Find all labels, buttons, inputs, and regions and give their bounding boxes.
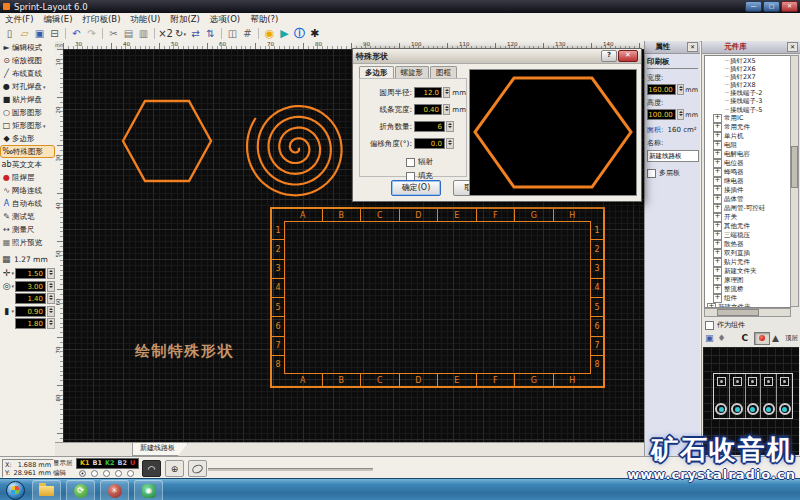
menu-item[interactable]: 打印板(B) bbox=[78, 14, 126, 26]
tree-item[interactable]: +电阻 bbox=[713, 141, 790, 150]
board-tab[interactable]: 新建线路板 bbox=[132, 443, 188, 456]
scale-x2-icon[interactable]: ×2 bbox=[158, 27, 173, 40]
tree-item[interactable]: +继电器 bbox=[713, 177, 790, 186]
width-stepper[interactable] bbox=[677, 84, 685, 95]
align-icon[interactable]: ◫ bbox=[225, 27, 240, 40]
tree-item[interactable]: +单片机 bbox=[713, 132, 790, 141]
layer-radio-B1[interactable] bbox=[91, 470, 98, 477]
track-width-value[interactable]: 1.50 bbox=[15, 268, 46, 279]
corner-count-field[interactable]: 6 bbox=[414, 121, 445, 132]
menu-item[interactable]: 选项(O) bbox=[205, 14, 245, 26]
tree-item[interactable]: ─接线端子-3 bbox=[725, 97, 790, 105]
board-height-field[interactable]: 100.00 bbox=[647, 109, 676, 120]
tool-photo-preview[interactable]: ▦照片预览 bbox=[0, 236, 55, 249]
radius-field[interactable]: 12.0 bbox=[414, 87, 442, 98]
origin-button[interactable]: ⊕ bbox=[165, 460, 184, 477]
tree-item[interactable]: +组件 bbox=[713, 294, 790, 303]
canvas-annotation[interactable]: 绘制特殊形状 bbox=[135, 342, 234, 361]
tool-special-shape[interactable]: ‰特殊图形 bbox=[0, 145, 55, 158]
track-width-stepper[interactable] bbox=[47, 268, 55, 279]
smd-size-value[interactable]: 0.90 bbox=[15, 306, 46, 317]
layer-radio-B2[interactable] bbox=[115, 470, 122, 477]
layer-chip-B1[interactable]: B1 bbox=[93, 459, 102, 467]
undo-icon[interactable]: ↶ bbox=[69, 27, 84, 40]
tool-through-pad[interactable]: ●对孔焊盘▾ bbox=[0, 80, 55, 93]
tree-item[interactable]: +开关 bbox=[713, 213, 790, 222]
settings-gear-icon[interactable]: ✱ bbox=[307, 27, 322, 40]
pointer-icon[interactable]: ▶ bbox=[277, 27, 292, 40]
layer-radio-K2[interactable] bbox=[103, 470, 110, 477]
spiral-shape[interactable] bbox=[244, 95, 350, 201]
menu-item[interactable]: 文件(F) bbox=[0, 14, 39, 26]
photo-view-button[interactable]: ◠ bbox=[142, 460, 161, 477]
layer-chip-K1[interactable]: K1 bbox=[80, 459, 90, 467]
library-horizontal-scrollbar[interactable] bbox=[704, 308, 791, 317]
tree-item[interactable]: +原理图 bbox=[713, 276, 790, 285]
grid-capture-icon[interactable]: # bbox=[240, 27, 255, 40]
as-component-checkbox[interactable] bbox=[705, 321, 714, 330]
tree-item[interactable]: +常用IC bbox=[713, 114, 790, 123]
tree-item[interactable]: +蜂鸣器 bbox=[713, 168, 790, 177]
layer-radio-K1[interactable] bbox=[79, 470, 86, 477]
hexagon-shape[interactable] bbox=[122, 100, 212, 182]
tree-item[interactable]: +电解电容 bbox=[713, 150, 790, 159]
connection-button[interactable] bbox=[188, 460, 207, 477]
tree-item[interactable]: +晶体管 bbox=[713, 195, 790, 204]
open-folder-icon[interactable]: ▱ bbox=[17, 27, 32, 40]
zoom-slider[interactable] bbox=[208, 468, 373, 471]
tool-rect-shape[interactable]: □矩形图形▾ bbox=[0, 119, 55, 132]
tool-draw-track[interactable]: ╱布线直线 bbox=[0, 67, 55, 80]
tree-item[interactable]: +散热器 bbox=[713, 240, 790, 249]
tree-item[interactable]: +常用元件 bbox=[713, 123, 790, 132]
properties-close-icon[interactable]: ✕ bbox=[687, 42, 698, 52]
offset-angle-field[interactable]: 0.0 bbox=[414, 138, 445, 149]
save-icon[interactable]: ▣ bbox=[32, 27, 47, 40]
smd-size-value[interactable]: 1.80 bbox=[15, 318, 46, 329]
board-name-input[interactable] bbox=[647, 150, 699, 162]
radius-stepper[interactable] bbox=[443, 87, 450, 98]
pad-size-stepper[interactable] bbox=[47, 281, 55, 292]
tree-expander-icon[interactable]: + bbox=[713, 294, 722, 303]
tool-test-pen[interactable]: ✎测试笔 bbox=[0, 210, 55, 223]
tool-zoom-view[interactable]: ⊙缩放视图 bbox=[0, 54, 55, 67]
magnifier-icon[interactable]: ◉ bbox=[262, 27, 277, 40]
tool-polygon[interactable]: ◆多边形 bbox=[0, 132, 55, 145]
line-width-stepper[interactable] bbox=[443, 104, 450, 115]
layer-chip-U[interactable]: U bbox=[130, 459, 135, 467]
library-vertical-scrollbar[interactable] bbox=[790, 55, 799, 307]
corner-count-stepper[interactable] bbox=[446, 121, 454, 132]
tree-item[interactable]: +接插件 bbox=[713, 186, 790, 195]
menu-item[interactable]: 附加(Z) bbox=[165, 14, 204, 26]
ok-button[interactable]: 确定(O) bbox=[391, 180, 441, 196]
tree-item[interactable]: ─插针2X8 bbox=[725, 81, 790, 89]
dropdown-icon[interactable]: ▾ bbox=[11, 308, 14, 314]
taskbar-explorer-button[interactable] bbox=[32, 480, 61, 500]
tree-item[interactable]: +贴片元件 bbox=[713, 258, 790, 267]
line-width-field[interactable]: 0.40 bbox=[414, 104, 442, 115]
maximize-button[interactable]: ▢ bbox=[763, 1, 780, 12]
smd-size-stepper[interactable] bbox=[47, 318, 55, 329]
height-stepper[interactable] bbox=[677, 109, 685, 120]
library-save-icon[interactable]: ▣ bbox=[705, 333, 714, 343]
flip-horizontal-icon[interactable]: ⇄ bbox=[188, 27, 203, 40]
taskbar-app2-button[interactable]: ✳ bbox=[100, 480, 129, 500]
tool-edit-mode[interactable]: ►编辑模式 bbox=[0, 41, 55, 54]
pad-size-value[interactable]: 3.00 bbox=[15, 281, 46, 292]
tree-item[interactable]: ─接线端子-5 bbox=[725, 106, 790, 114]
tool-text[interactable]: ab英文文本 bbox=[0, 158, 55, 171]
dropdown-icon[interactable]: ▾ bbox=[11, 283, 14, 289]
tree-item[interactable]: ─插针2X5 bbox=[725, 57, 790, 65]
tree-item[interactable]: ─接线端子-2 bbox=[725, 89, 790, 97]
grid-setting-button[interactable]: ▦ 1.27 mm bbox=[2, 254, 55, 264]
redo-icon[interactable]: ↷ bbox=[84, 27, 99, 40]
board-width-field[interactable]: 160.00 bbox=[647, 84, 676, 95]
close-button[interactable]: ✕ bbox=[781, 1, 798, 12]
radial-checkbox[interactable] bbox=[406, 158, 415, 167]
tree-item[interactable]: +新建文件夹 bbox=[713, 267, 790, 276]
copy-icon[interactable]: ▤ bbox=[121, 27, 136, 40]
dropdown-icon[interactable]: ▾ bbox=[11, 270, 14, 276]
taskbar-app1-button[interactable]: ⟳ bbox=[66, 480, 95, 500]
tool-connections[interactable]: ∿网络连线 bbox=[0, 184, 55, 197]
tree-item[interactable]: +三端稳压 bbox=[713, 231, 790, 240]
minimize-button[interactable]: — bbox=[745, 1, 762, 12]
